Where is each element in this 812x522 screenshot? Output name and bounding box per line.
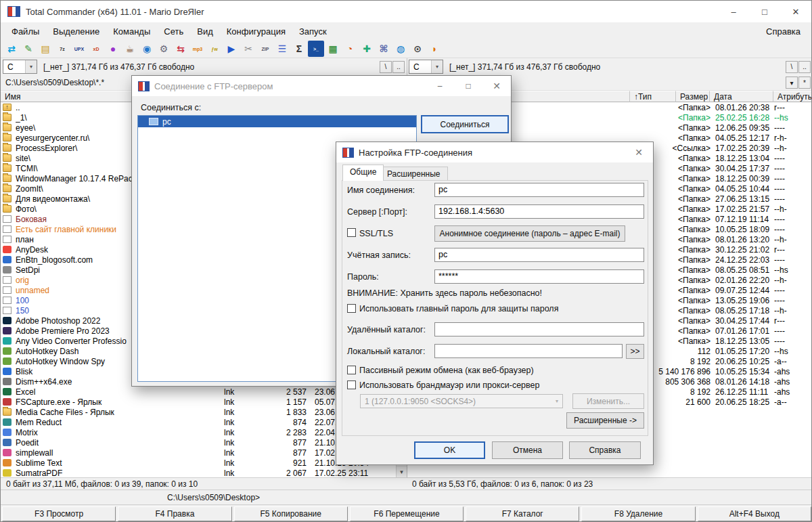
file-attr: -a-- xyxy=(770,357,787,366)
scroll-down-icon[interactable]: ▼ xyxy=(397,466,407,477)
toolbar-disc-icon[interactable]: ● xyxy=(105,41,121,57)
file-attr: ---- xyxy=(770,194,785,204)
file-date: 12.06.25 09:35 xyxy=(710,123,770,133)
maximize-button[interactable]: □ xyxy=(749,1,780,22)
left-root-button[interactable]: \ xyxy=(380,61,392,73)
master-password-checkbox[interactable] xyxy=(347,304,356,313)
toolbar-refresh-icon[interactable]: ⇄ xyxy=(3,41,20,57)
left-drive-combo[interactable]: C ▾ xyxy=(3,60,37,74)
ok-button[interactable]: OK xyxy=(414,441,485,459)
column-header[interactable]: ↑Тип xyxy=(630,91,676,102)
master-password-label: Использовать главный пароль для защиты п… xyxy=(359,304,558,313)
connect-button[interactable]: Соединиться xyxy=(421,115,509,133)
password-label: Пароль: xyxy=(347,272,379,282)
tab-advanced[interactable]: Расширенные xyxy=(380,167,448,181)
folder-icon xyxy=(3,165,12,172)
cancel-button[interactable]: Отмена xyxy=(492,441,563,459)
toolbar-grid-icon[interactable]: ▤ xyxy=(37,41,53,57)
firewall-checkbox[interactable] xyxy=(347,380,356,389)
column-header[interactable]: Атрибуты xyxy=(773,91,812,102)
menu-item[interactable]: Вид xyxy=(190,24,220,39)
close-button[interactable]: ✕ xyxy=(780,1,811,22)
toolbar-plus-icon[interactable]: ✚ xyxy=(359,41,375,57)
remote-dir-input[interactable] xyxy=(434,322,644,336)
toolbar-scissors-icon[interactable]: ✂ xyxy=(240,41,256,57)
function-key-button[interactable]: Alt+F4 Выход xyxy=(698,506,811,521)
menu-item[interactable]: Файлы xyxy=(5,24,46,39)
browser-icon: ◔ xyxy=(347,44,353,53)
advanced-button[interactable]: Расширенные -> xyxy=(566,412,644,429)
toolbar-play-icon[interactable]: ▶ xyxy=(223,41,240,57)
minimize-button[interactable]: – xyxy=(426,76,454,96)
menu-item[interactable]: Конфигурация xyxy=(220,24,292,39)
toolbar-gear-icon[interactable]: ⚙ xyxy=(156,41,172,57)
toolbar-coffee-icon[interactable]: ☕ xyxy=(122,41,138,57)
right-favorites-button[interactable]: * xyxy=(798,77,811,89)
menu-help[interactable]: Справка xyxy=(759,24,807,39)
toolbar-sevenzip-icon[interactable]: 7z xyxy=(54,41,70,57)
toolbar-list-icon[interactable]: ☰ xyxy=(274,41,290,57)
toolbar-edit-icon[interactable]: ✎ xyxy=(20,41,37,57)
command-line[interactable]: C:\Users\s0509\Desktop> xyxy=(1,490,812,504)
function-key-button[interactable]: F5 Копирование xyxy=(234,506,348,521)
toolbar-mp3-icon[interactable]: mp3 xyxy=(189,41,206,57)
toolbar-zip-icon[interactable]: ZIP xyxy=(257,41,273,57)
toolbar-sigma-icon[interactable]: Σ xyxy=(291,41,307,57)
browse-local-dir-button[interactable]: >> xyxy=(626,344,644,359)
right-root-button[interactable]: \ xyxy=(786,61,798,73)
right-drive-combo[interactable]: C ▾ xyxy=(409,60,443,74)
app-icon xyxy=(3,327,12,334)
toolbar-compare-icon[interactable]: ⇆ xyxy=(173,41,189,57)
close-icon[interactable]: ✕ xyxy=(625,142,653,162)
toolbar-search-icon[interactable]: ⊙ xyxy=(409,41,426,57)
chevron-down-icon[interactable]: ▾ xyxy=(25,60,37,73)
function-key-button[interactable]: F3 Просмотр xyxy=(2,506,116,521)
tab-general[interactable]: Общие xyxy=(342,165,384,181)
toolbar-browser-icon[interactable]: ◔ xyxy=(342,41,358,57)
passive-mode-checkbox[interactable] xyxy=(347,366,356,374)
toolbar-globe-icon[interactable]: ◉ xyxy=(139,41,155,57)
toolbar-clover-icon[interactable]: ⌘ xyxy=(376,41,392,57)
disc-icon: ● xyxy=(110,44,116,53)
file-attr: --h- xyxy=(770,204,787,214)
function-key-button[interactable]: F4 Правка xyxy=(118,506,231,521)
function-key-button[interactable]: F6 Перемещение xyxy=(350,506,464,521)
toolbar-upx-icon[interactable]: UPX xyxy=(71,41,87,57)
toolbar-terminal-icon[interactable]: >_ xyxy=(308,41,324,57)
function-key-button[interactable]: F8 Удаление xyxy=(581,506,695,521)
menu-item[interactable]: Сеть xyxy=(157,24,190,39)
function-key-button[interactable]: F7 Каталог xyxy=(466,506,579,521)
ssl-checkbox[interactable] xyxy=(347,228,356,237)
menu-item[interactable]: Запуск xyxy=(292,24,334,39)
file-attr: --hs xyxy=(770,265,788,275)
close-icon[interactable]: ✕ xyxy=(482,76,511,96)
left-up-button[interactable]: .. xyxy=(392,61,405,73)
connection-name-input[interactable]: pc xyxy=(434,183,644,197)
right-up-button[interactable]: .. xyxy=(798,61,811,73)
toolbar-xd-icon[interactable]: xD xyxy=(88,41,104,57)
toolbar-spreadsheet-icon[interactable]: ▦ xyxy=(325,41,341,57)
ftp-connection-item[interactable]: pc xyxy=(138,116,416,127)
toolbar-firefox-icon[interactable]: ◗ xyxy=(426,41,443,57)
right-history-button[interactable]: ▾ xyxy=(786,77,798,89)
menu-item[interactable]: Выделение xyxy=(46,24,106,39)
file-attr: r--- xyxy=(770,245,785,255)
account-input[interactable]: pc xyxy=(434,248,644,262)
help-button[interactable]: Справка xyxy=(569,441,641,459)
column-header[interactable]: Размер xyxy=(676,91,710,102)
proxy-select: 1 (127.0.0.1:9050 <SOCKS4>) ▾ xyxy=(360,394,563,408)
chevron-down-icon[interactable]: ▾ xyxy=(431,60,443,73)
local-dir-input[interactable] xyxy=(434,344,623,358)
password-input[interactable]: ****** xyxy=(434,269,644,284)
toolbar-lock-icon[interactable]: ◍ xyxy=(392,41,409,57)
folder-icon xyxy=(3,124,12,131)
file-attr: --h- xyxy=(770,276,787,285)
anonymous-login-button[interactable]: Анонимное соединение (пароль – адрес E-m… xyxy=(434,225,625,242)
server-input[interactable]: 192.168.1.4:5630 xyxy=(434,204,644,219)
file-row[interactable]: SumatraPDFlnk2 06717.02.25 23:11 xyxy=(1,468,396,477)
column-header[interactable]: Дата xyxy=(710,91,773,102)
menu-item[interactable]: Команды xyxy=(106,24,157,39)
minimize-button[interactable]: – xyxy=(718,1,749,22)
maximize-button[interactable]: □ xyxy=(454,76,482,96)
toolbar-flash-icon[interactable]: ƒw xyxy=(206,41,223,57)
